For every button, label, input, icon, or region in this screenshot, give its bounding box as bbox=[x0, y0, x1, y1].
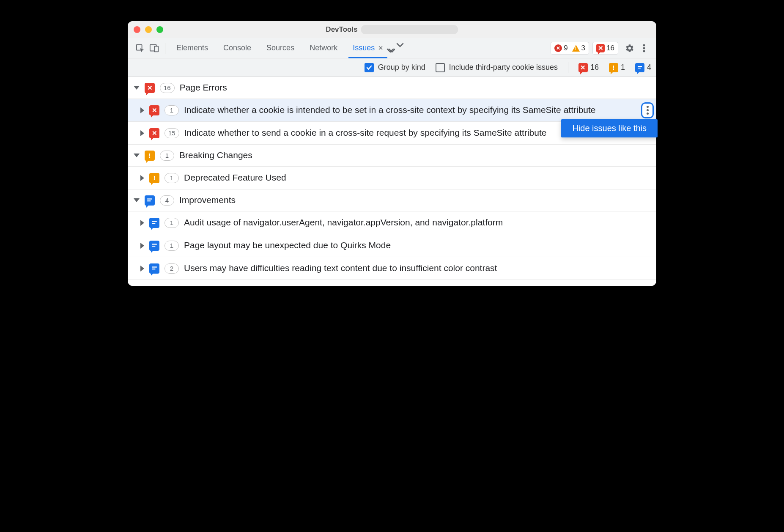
svg-rect-11 bbox=[152, 223, 155, 224]
svg-point-3 bbox=[643, 44, 645, 46]
window-title-text: DevTools bbox=[326, 25, 357, 34]
window-title: DevTools bbox=[326, 25, 458, 34]
toggle-device-toolbar-button[interactable] bbox=[147, 41, 162, 55]
filter-improvements-counter[interactable]: 4 bbox=[635, 63, 651, 72]
chevron-down-icon bbox=[134, 86, 140, 90]
group-by-kind-checkbox[interactable]: Group by kind bbox=[365, 63, 425, 72]
group-breaking-changes[interactable]: !1Breaking Changes bbox=[128, 145, 656, 167]
issue-improvement-icon bbox=[149, 241, 159, 251]
tabbar-separator bbox=[165, 43, 165, 54]
issue-item[interactable]: 1Audit usage of navigator.userAgent, nav… bbox=[128, 211, 656, 234]
item-count: 1 bbox=[164, 218, 179, 228]
svg-rect-9 bbox=[147, 200, 151, 201]
group-page-errors[interactable]: ✕16Page Errors bbox=[128, 77, 656, 99]
issue-improvement-icon bbox=[149, 263, 159, 274]
checkbox-label: Include third-party cookie issues bbox=[449, 63, 558, 72]
svg-rect-14 bbox=[152, 266, 157, 267]
issue-error-icon: ✕ bbox=[596, 44, 605, 52]
chevron-right-icon bbox=[140, 130, 144, 136]
error-icon: ✕ bbox=[554, 44, 562, 52]
issues-counter[interactable]: ✕ 16 bbox=[592, 42, 618, 55]
counter-value: 9 bbox=[564, 44, 567, 52]
item-text: Indicate whether a cookie is intended to… bbox=[184, 104, 650, 116]
group-improvements[interactable]: 4Improvements bbox=[128, 189, 656, 211]
issue-improvement-icon bbox=[635, 63, 644, 72]
include-third-party-checkbox[interactable]: Include third-party cookie issues bbox=[436, 63, 558, 72]
counter-value: 16 bbox=[590, 63, 599, 72]
issue-warning-icon: ! bbox=[145, 151, 155, 161]
group-count: 4 bbox=[160, 195, 174, 206]
issues-list: ✕16Page Errors✕1Indicate whether a cooki… bbox=[128, 77, 656, 280]
svg-rect-12 bbox=[152, 244, 157, 244]
svg-rect-7 bbox=[638, 68, 641, 69]
issue-item[interactable]: 2Users may have difficulties reading tex… bbox=[128, 257, 656, 280]
issue-improvement-icon bbox=[149, 218, 159, 228]
more-menu-button[interactable] bbox=[637, 41, 651, 55]
group-label: Improvements bbox=[179, 194, 650, 206]
issues-badge: ✕ 16 bbox=[596, 44, 614, 52]
tab-network[interactable]: Network bbox=[302, 38, 345, 58]
issue-warning-icon: ! bbox=[149, 173, 159, 183]
tab-label: Issues bbox=[353, 44, 375, 52]
svg-rect-6 bbox=[638, 66, 642, 67]
svg-rect-8 bbox=[147, 198, 152, 199]
item-count: 15 bbox=[164, 128, 179, 138]
filter-errors-counter[interactable]: ✕ 16 bbox=[578, 63, 599, 72]
tab-sources[interactable]: Sources bbox=[259, 38, 302, 58]
checkbox-icon bbox=[436, 63, 445, 72]
tab-label: Network bbox=[310, 44, 337, 52]
svg-rect-2 bbox=[154, 46, 158, 52]
tab-issues[interactable]: Issues × bbox=[345, 38, 391, 58]
chevron-down-icon bbox=[134, 198, 140, 202]
svg-rect-10 bbox=[152, 221, 157, 222]
svg-rect-13 bbox=[152, 246, 155, 247]
close-icon[interactable]: × bbox=[378, 43, 383, 53]
more-tabs-button[interactable] bbox=[391, 42, 409, 54]
issue-error-icon: ✕ bbox=[145, 83, 155, 93]
window-title-pill bbox=[361, 25, 458, 34]
minimize-window-button[interactable] bbox=[145, 26, 152, 33]
group-count: 16 bbox=[160, 83, 175, 93]
counter-value: 1 bbox=[621, 63, 625, 72]
group-label: Page Errors bbox=[180, 82, 650, 93]
filterbar-separator bbox=[568, 62, 568, 73]
chevron-right-icon bbox=[140, 175, 144, 181]
item-count: 1 bbox=[164, 173, 179, 183]
issue-warning-icon: ! bbox=[609, 63, 618, 72]
issue-improvement-icon bbox=[145, 195, 155, 206]
svg-rect-15 bbox=[152, 269, 155, 269]
hide-issues-menuitem[interactable]: Hide issues like this bbox=[561, 119, 658, 137]
window-footer bbox=[128, 280, 656, 286]
group-count: 1 bbox=[160, 151, 174, 161]
issue-item[interactable]: 1Page layout may be unexpected due to Qu… bbox=[128, 234, 656, 257]
error-counter: ✕ 9 bbox=[554, 44, 567, 52]
counter-value: 3 bbox=[581, 44, 585, 52]
item-text: Page layout may be unexpected due to Qui… bbox=[184, 239, 650, 251]
filter-warnings-counter[interactable]: ! 1 bbox=[609, 63, 625, 72]
tab-console[interactable]: Console bbox=[216, 38, 259, 58]
group-label: Breaking Changes bbox=[179, 149, 650, 161]
checkbox-icon bbox=[365, 63, 374, 72]
inspect-element-button[interactable] bbox=[133, 41, 147, 55]
issue-error-icon: ✕ bbox=[149, 105, 159, 115]
item-more-button[interactable] bbox=[641, 102, 654, 118]
issue-item[interactable]: !1Deprecated Feature Used bbox=[128, 167, 656, 189]
issue-item[interactable]: ✕1Indicate whether a cookie is intended … bbox=[128, 99, 656, 122]
settings-button[interactable] bbox=[622, 41, 637, 55]
console-counter[interactable]: ✕ 9 3 bbox=[551, 42, 589, 55]
checkbox-label: Group by kind bbox=[378, 63, 425, 72]
item-count: 2 bbox=[164, 263, 179, 274]
issue-error-icon: ✕ bbox=[149, 128, 159, 138]
item-count: 1 bbox=[164, 241, 179, 251]
maximize-window-button[interactable] bbox=[156, 26, 163, 33]
close-window-button[interactable] bbox=[134, 26, 140, 33]
issue-error-icon: ✕ bbox=[578, 63, 588, 72]
issues-filterbar: Group by kind Include third-party cookie… bbox=[128, 58, 656, 77]
tab-label: Console bbox=[223, 44, 251, 52]
warning-icon bbox=[572, 45, 580, 52]
devtools-window: DevTools Elements Console Sources Networ… bbox=[128, 21, 656, 286]
tab-elements[interactable]: Elements bbox=[169, 38, 216, 58]
chevron-right-icon bbox=[140, 266, 144, 271]
item-text: Deprecated Feature Used bbox=[184, 172, 650, 184]
counter-value: 16 bbox=[606, 44, 614, 52]
